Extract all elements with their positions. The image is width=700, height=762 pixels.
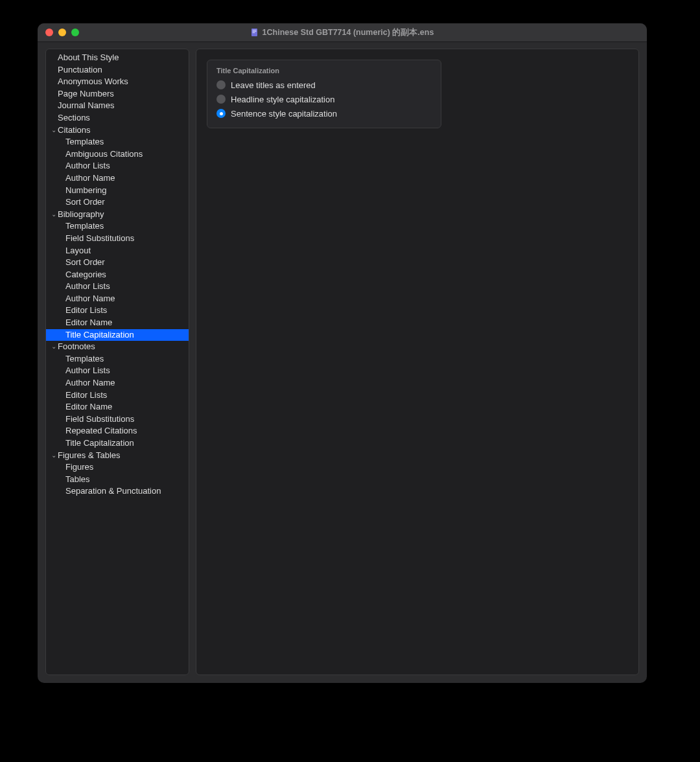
sidebar-item-label: About This Style bbox=[58, 52, 119, 64]
sidebar-item-templates[interactable]: Templates bbox=[46, 353, 189, 365]
radio-button-icon[interactable] bbox=[216, 95, 226, 104]
sidebar-item-editor-lists[interactable]: Editor Lists bbox=[46, 389, 189, 402]
radio-leave-titles-as-entered[interactable]: Leave titles as entered bbox=[216, 78, 432, 91]
svg-rect-1 bbox=[252, 30, 256, 30]
sidebar-item-label: Sort Order bbox=[65, 257, 105, 269]
sidebar-item-journal-names[interactable]: Journal Names bbox=[46, 100, 189, 112]
group-heading: Title Capitalization bbox=[216, 67, 441, 75]
radio-label: Headline style capitalization bbox=[231, 95, 334, 104]
sidebar-item-layout[interactable]: Layout bbox=[46, 245, 189, 257]
sidebar-item-author-lists[interactable]: Author Lists bbox=[46, 365, 189, 377]
sidebar-item-label: Sections bbox=[58, 112, 90, 124]
sidebar-item-templates[interactable]: Templates bbox=[46, 136, 189, 148]
sidebar-item-label: Author Lists bbox=[65, 281, 110, 293]
sidebar-item-label: Punctuation bbox=[58, 64, 102, 76]
sidebar-item-label: Separation & Punctuation bbox=[65, 485, 161, 498]
sidebar-item-editor-name[interactable]: Editor Name bbox=[46, 317, 189, 329]
sidebar-item-label: Author Name bbox=[65, 293, 115, 305]
sidebar-item-label: Footnotes bbox=[58, 341, 95, 353]
minimize-icon[interactable] bbox=[58, 29, 66, 36]
sidebar-item-label: Templates bbox=[65, 220, 104, 233]
radio-sentence-style-capitalization[interactable]: Sentence style capitalization bbox=[216, 107, 432, 120]
window-title-text: 1Chinese Std GBT7714 (numeric) 的副本.ens bbox=[262, 27, 434, 38]
sidebar-item-editor-name[interactable]: Editor Name bbox=[46, 401, 189, 413]
sidebar-item-label: Field Substitutions bbox=[65, 413, 134, 426]
sidebar-item-templates[interactable]: Templates bbox=[46, 220, 189, 233]
sidebar-item-label: Title Capitalization bbox=[65, 437, 134, 450]
sidebar-item-author-lists[interactable]: Author Lists bbox=[46, 281, 189, 293]
sidebar-item-label: Editor Name bbox=[65, 401, 112, 413]
editor-window: 1Chinese Std GBT7714 (numeric) 的副本.ens A… bbox=[38, 23, 647, 683]
sidebar-item-categories[interactable]: Categories bbox=[46, 269, 189, 281]
radio-label: Leave titles as entered bbox=[231, 80, 316, 90]
sidebar-item-label: Layout bbox=[65, 245, 91, 257]
sidebar-item-footnotes[interactable]: ⌄Footnotes bbox=[46, 341, 189, 353]
stage: 1Chinese Std GBT7714 (numeric) 的副本.ens A… bbox=[0, 0, 700, 762]
sidebar-item-separation-punctuation[interactable]: Separation & Punctuation bbox=[46, 485, 189, 498]
sidebar-item-sections[interactable]: Sections bbox=[46, 112, 189, 124]
close-icon[interactable] bbox=[45, 29, 53, 36]
window-title: 1Chinese Std GBT7714 (numeric) 的副本.ens bbox=[38, 27, 647, 38]
chevron-down-icon[interactable]: ⌄ bbox=[50, 450, 58, 462]
titlebar[interactable]: 1Chinese Std GBT7714 (numeric) 的副本.ens bbox=[38, 23, 647, 42]
sidebar-item-label: Categories bbox=[65, 269, 106, 281]
sidebar-item-repeated-citations[interactable]: Repeated Citations bbox=[46, 425, 189, 437]
sidebar-item-about-this-style[interactable]: About This Style bbox=[46, 52, 189, 64]
sidebar-item-bibliography[interactable]: ⌄Bibliography bbox=[46, 209, 189, 221]
sidebar-item-ambiguous-citations[interactable]: Ambiguous Citations bbox=[46, 148, 189, 161]
sidebar-item-author-name[interactable]: Author Name bbox=[46, 377, 189, 389]
sidebar-item-label: Ambiguous Citations bbox=[65, 148, 143, 161]
sidebar-item-label: Repeated Citations bbox=[65, 425, 137, 437]
sidebar-item-label: Tables bbox=[65, 474, 90, 486]
sidebar-item-page-numbers[interactable]: Page Numbers bbox=[46, 88, 189, 100]
radio-headline-style-capitalization[interactable]: Headline style capitalization bbox=[216, 93, 432, 106]
sidebar-item-label: Sort Order bbox=[65, 196, 105, 209]
sidebar-item-author-name[interactable]: Author Name bbox=[46, 293, 189, 305]
sidebar-item-anonymous-works[interactable]: Anonymous Works bbox=[46, 76, 189, 88]
sidebar-item-label: Title Capitalization bbox=[65, 329, 134, 341]
zoom-icon[interactable] bbox=[71, 29, 79, 36]
sidebar-item-label: Journal Names bbox=[58, 100, 114, 112]
radio-label: Sentence style capitalization bbox=[231, 109, 337, 119]
sidebar-item-label: Editor Lists bbox=[65, 389, 107, 402]
sidebar-item-label: Page Numbers bbox=[58, 88, 114, 100]
svg-rect-0 bbox=[251, 29, 257, 36]
sidebar-item-sort-order[interactable]: Sort Order bbox=[46, 257, 189, 269]
sidebar-item-author-lists[interactable]: Author Lists bbox=[46, 160, 189, 172]
sidebar-item-label: Author Name bbox=[65, 172, 115, 185]
svg-rect-3 bbox=[252, 32, 255, 33]
radio-list: Leave titles as enteredHeadline style ca… bbox=[207, 78, 441, 122]
sidebar-item-title-capitalization[interactable]: Title Capitalization bbox=[46, 329, 189, 341]
sidebar-item-field-substitutions[interactable]: Field Substitutions bbox=[46, 413, 189, 426]
sidebar-item-label: Figures & Tables bbox=[58, 450, 121, 462]
sidebar-item-label: Author Name bbox=[65, 377, 115, 389]
radio-button-icon[interactable] bbox=[216, 80, 226, 89]
sidebar-item-title-capitalization[interactable]: Title Capitalization bbox=[46, 437, 189, 450]
sidebar-item-numbering[interactable]: Numbering bbox=[46, 185, 189, 197]
sidebar-item-label: Templates bbox=[65, 353, 104, 365]
sidebar-item-label: Bibliography bbox=[58, 209, 104, 221]
window-controls bbox=[45, 29, 79, 36]
sidebar-item-label: Templates bbox=[65, 136, 104, 148]
sidebar-item-author-name[interactable]: Author Name bbox=[46, 172, 189, 185]
sidebar-item-punctuation[interactable]: Punctuation bbox=[46, 64, 189, 76]
sidebar-item-label: Author Lists bbox=[65, 160, 110, 172]
settings-tree: About This StylePunctuationAnonymous Wor… bbox=[46, 52, 189, 498]
sidebar-item-figures-tables[interactable]: ⌄Figures & Tables bbox=[46, 450, 189, 462]
sidebar-item-label: Numbering bbox=[65, 185, 107, 197]
sidebar-item-citations[interactable]: ⌄Citations bbox=[46, 124, 189, 137]
sidebar-item-field-substitutions[interactable]: Field Substitutions bbox=[46, 233, 189, 245]
document-icon bbox=[251, 28, 259, 37]
chevron-down-icon[interactable]: ⌄ bbox=[50, 341, 58, 353]
title-capitalization-group: Title Capitalization Leave titles as ent… bbox=[207, 60, 441, 128]
sidebar-panel[interactable]: About This StylePunctuationAnonymous Wor… bbox=[45, 49, 189, 675]
sidebar-item-editor-lists[interactable]: Editor Lists bbox=[46, 305, 189, 317]
sidebar-item-label: Field Substitutions bbox=[65, 233, 134, 245]
sidebar-item-label: Figures bbox=[65, 461, 93, 474]
radio-button-icon[interactable] bbox=[216, 109, 226, 118]
chevron-down-icon[interactable]: ⌄ bbox=[50, 209, 58, 221]
sidebar-item-sort-order[interactable]: Sort Order bbox=[46, 196, 189, 209]
sidebar-item-tables[interactable]: Tables bbox=[46, 474, 189, 486]
chevron-down-icon[interactable]: ⌄ bbox=[50, 124, 58, 137]
sidebar-item-figures[interactable]: Figures bbox=[46, 461, 189, 474]
